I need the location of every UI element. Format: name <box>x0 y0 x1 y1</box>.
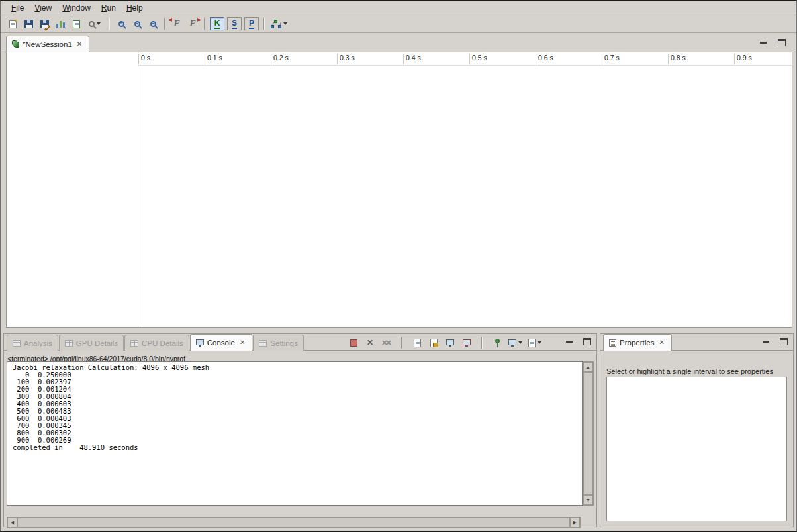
clear-console-button[interactable] <box>412 337 422 349</box>
show-stderr-button[interactable] <box>461 337 472 349</box>
tab-properties[interactable]: Properties ✕ <box>603 334 672 351</box>
pencil-icon <box>44 25 50 30</box>
console-line: 800 0.000302 <box>13 429 582 437</box>
menu-help[interactable]: Help <box>121 1 148 15</box>
scroll-down-arrow[interactable]: ▼ <box>583 495 593 505</box>
show-stdout-button[interactable] <box>445 337 455 349</box>
minimize-editor-button[interactable] <box>759 39 768 46</box>
console-output[interactable]: Jacobi relaxation Calculation: 4096 x 40… <box>7 361 583 506</box>
tab-gpu-details-label: GPU Details <box>76 339 118 347</box>
remove-all-launches-icon: ✕✕ <box>381 339 391 347</box>
ruler-tick: 0 s <box>138 54 150 64</box>
console-tab-icon <box>196 339 204 345</box>
zoom-in-sign: + <box>119 21 122 26</box>
minimize-properties-view-button[interactable] <box>762 338 771 345</box>
gpu-details-tab-icon <box>65 340 73 347</box>
console-horizontal-scrollbar[interactable]: ◀ ▶ <box>7 517 581 528</box>
remove-launch-button[interactable]: ✕ <box>365 337 375 349</box>
minimize-console-view-button[interactable] <box>565 338 574 345</box>
pin-console-button[interactable] <box>492 337 502 349</box>
main-toolbar: ✦ + - = F F <box>1 15 796 33</box>
zoom-out-icon: - <box>134 21 140 27</box>
console-view-tabrow: Analysis GPU Details CPU Details Console… <box>4 334 596 351</box>
properties-tab-icon <box>609 339 616 347</box>
show-stderr-icon <box>463 339 471 345</box>
chart-view-button[interactable] <box>52 17 68 31</box>
terminate-icon <box>350 339 357 347</box>
analysis-menu-button[interactable] <box>268 17 289 31</box>
ruler-tick: 0.4 s <box>403 54 421 64</box>
tab-gpu-details[interactable]: GPU Details <box>59 335 124 351</box>
new-session-button[interactable]: ✦ <box>5 17 21 31</box>
scrollbar-thumb[interactable] <box>583 372 593 495</box>
open-console-dropdown[interactable] <box>528 337 541 349</box>
close-icon[interactable]: ✕ <box>75 40 83 48</box>
process-toggle-button[interactable]: P <box>244 17 259 30</box>
toolbar-separator <box>109 18 110 30</box>
ruler-tick: 0.1 s <box>205 54 222 64</box>
zoom-menu-button[interactable] <box>84 17 105 31</box>
tab-analysis[interactable]: Analysis <box>7 335 58 351</box>
ruler-tick: 0.2 s <box>271 54 289 64</box>
terminate-button[interactable] <box>348 337 359 349</box>
scroll-right-arrow[interactable]: ▶ <box>570 517 580 527</box>
menu-window[interactable]: Window <box>57 1 96 15</box>
new-badge-icon: ✦ <box>13 19 19 24</box>
menu-run[interactable]: Run <box>96 1 121 15</box>
maximize-console-view-button[interactable] <box>583 338 591 345</box>
display-console-icon <box>508 339 516 345</box>
timeline-canvas[interactable] <box>138 66 792 327</box>
timeline-name-column <box>7 52 138 327</box>
timeline-editor: 0 s 0.1 s 0.2 s 0.3 s 0.4 s 0.5 s 0.6 s … <box>6 52 792 328</box>
timeline-ruler: 0 s 0.1 s 0.2 s 0.3 s 0.4 s 0.5 s 0.6 s … <box>138 52 792 66</box>
console-vertical-scrollbar[interactable]: ▲ ▼ <box>583 361 594 506</box>
dropdown-arrow-icon <box>518 341 522 344</box>
export-button[interactable] <box>68 17 84 31</box>
toolbar-separator <box>164 18 165 30</box>
save-button[interactable] <box>21 17 36 31</box>
menu-bar: File View Window Run Help <box>1 1 796 15</box>
scrollbar-thumb[interactable] <box>17 517 570 527</box>
maximize-editor-button[interactable] <box>778 39 786 46</box>
close-icon[interactable]: ✕ <box>238 339 246 347</box>
display-console-dropdown[interactable] <box>508 337 522 349</box>
remove-all-launches-button[interactable]: ✕✕ <box>381 337 392 349</box>
next-flag-button[interactable]: F <box>185 17 201 31</box>
console-line: 600 0.000403 <box>13 415 582 422</box>
zoom-in-button[interactable]: + <box>113 17 129 31</box>
console-line: 700 0.000345 <box>13 422 582 429</box>
dropdown-arrow-icon <box>283 22 287 25</box>
tab-console[interactable]: Console ✕ <box>190 334 253 351</box>
maximize-properties-view-button[interactable] <box>780 338 788 345</box>
process-toggle-icon: P <box>249 19 254 29</box>
settings-tab-icon <box>259 340 267 347</box>
tab-cpu-details[interactable]: CPU Details <box>124 335 189 351</box>
tab-properties-label: Properties <box>620 339 654 347</box>
analysis-icon <box>271 20 281 28</box>
zoom-out-button[interactable]: - <box>129 17 145 31</box>
tab-analysis-label: Analysis <box>24 339 52 347</box>
zoom-in-icon: + <box>118 21 124 27</box>
scroll-left-arrow[interactable]: ◀ <box>7 517 17 527</box>
close-icon[interactable]: ✕ <box>657 339 665 347</box>
stream-toggle-button[interactable]: S <box>227 17 242 30</box>
menu-view[interactable]: View <box>29 1 57 15</box>
ruler-tick: 0.7 s <box>602 54 620 64</box>
scroll-up-arrow[interactable]: ▲ <box>583 362 593 372</box>
save-as-button[interactable] <box>36 17 52 31</box>
prev-flag-button[interactable]: F <box>169 17 185 31</box>
console-view: Analysis GPU Details CPU Details Console… <box>3 333 597 527</box>
ruler-tick: 0.8 s <box>668 54 686 64</box>
scroll-lock-button[interactable] <box>428 337 439 349</box>
kernel-toggle-button[interactable]: K <box>210 17 224 30</box>
properties-message: Select or highlight a single interval to… <box>606 367 788 375</box>
kernel-toggle-icon: K <box>214 19 220 29</box>
menu-file[interactable]: File <box>6 1 29 15</box>
zoom-fit-button[interactable]: = <box>145 17 161 31</box>
dropdown-arrow-icon <box>97 22 101 25</box>
tab-settings[interactable]: Settings <box>253 335 304 351</box>
session-tab[interactable]: *NewSession1 ✕ <box>6 36 89 52</box>
pin-console-icon <box>495 339 500 343</box>
console-line: 200 0.001204 <box>13 386 582 393</box>
session-icon <box>12 40 19 48</box>
